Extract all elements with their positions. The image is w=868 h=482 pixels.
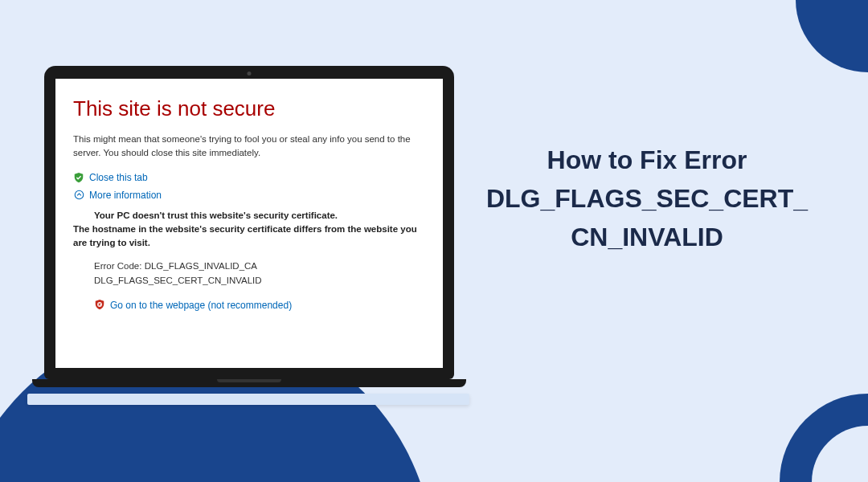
more-information-link[interactable]: More information: [73, 190, 425, 201]
shield-check-icon: [73, 172, 84, 183]
go-on-link[interactable]: Go on to the webpage (not recommended): [73, 299, 425, 312]
browser-error-screen: This site is not secure This might mean …: [55, 79, 443, 368]
error-title: This site is not secure: [73, 96, 425, 121]
error-description: This might mean that someone's trying to…: [73, 133, 425, 161]
more-information-label: More information: [89, 190, 162, 201]
headline-line-3: CN_INVALID: [571, 223, 723, 251]
chevron-circle-icon: [73, 190, 84, 201]
close-tab-link[interactable]: Close this tab: [73, 172, 425, 183]
close-tab-label: Close this tab: [89, 172, 148, 183]
headline-line-2: DLG_FLAGS_SEC_CERT_: [486, 184, 808, 213]
article-headline: How to Fix Error DLG_FLAGS_SEC_CERT_ CN_…: [482, 141, 812, 256]
certificate-trust-message: Your PC doesn't trust this website's sec…: [73, 209, 425, 251]
laptop-camera: [248, 71, 252, 76]
headline-line-1: How to Fix Error: [547, 145, 747, 174]
decor-top-right-circle: [796, 0, 868, 72]
go-on-label: Go on to the webpage (not recommended): [110, 300, 292, 311]
laptop-stand-shelf: [27, 394, 469, 405]
laptop-base: [32, 379, 466, 387]
svg-point-0: [75, 190, 84, 199]
laptop-lid: This site is not secure This might mean …: [44, 66, 454, 379]
laptop-notch: [217, 379, 281, 382]
error-codes-block: Error Code: DLG_FLAGS_INVALID_CA DLG_FLA…: [73, 259, 425, 288]
laptop-mockup: This site is not secure This might mean …: [44, 66, 454, 395]
shield-alert-icon: [94, 299, 105, 312]
